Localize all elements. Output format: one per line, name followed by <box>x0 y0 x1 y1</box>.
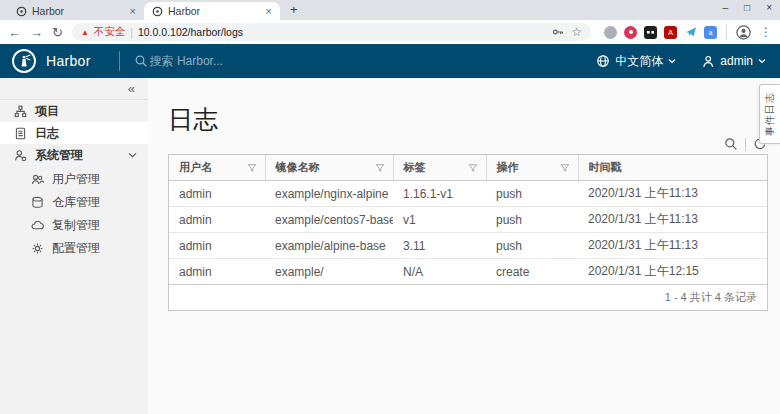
window-minimize-button[interactable]: – <box>723 2 729 13</box>
not-secure-warning-icon: ▲ <box>81 28 89 37</box>
search-icon[interactable] <box>724 137 738 151</box>
sidebar-item-label: 复制管理 <box>52 217 100 234</box>
cell-tag: N/A <box>393 259 486 285</box>
harbor-search-input[interactable] <box>150 54 350 68</box>
table-row[interactable]: admin example/alpine-base 3.11 push 2020… <box>169 233 767 259</box>
toolbar-separator <box>726 25 727 39</box>
bookmark-star-icon[interactable]: ☆ <box>571 25 582 39</box>
cell-timestamp: 2020/1/31 上午12:15 <box>578 259 767 285</box>
actions-divider <box>745 138 746 151</box>
user-menu[interactable]: admin <box>702 54 766 68</box>
window-close-button[interactable]: × <box>766 2 772 13</box>
language-label: 中文简体 <box>615 53 663 70</box>
column-header-image-name[interactable]: 镜像名称 <box>265 155 393 181</box>
harbor-brand-title: Harbor <box>46 53 91 69</box>
table-row[interactable]: admin example/centos7-base v1 push 2020/… <box>169 207 767 233</box>
window-maximize-button[interactable]: □ <box>744 2 750 13</box>
tab-close-icon[interactable]: × <box>130 5 136 17</box>
extension-icon-1[interactable] <box>604 26 617 39</box>
column-header-timestamp[interactable]: 时间戳 <box>578 155 767 181</box>
sidebar-item-replication-management[interactable]: 复制管理 <box>0 214 148 237</box>
column-header-username[interactable]: 用户名 <box>169 155 265 181</box>
reload-icon[interactable]: ↻ <box>52 26 63 39</box>
harbor-favicon-icon <box>152 6 163 17</box>
gear-icon <box>31 242 44 255</box>
sidebar-item-label: 仓库管理 <box>52 194 100 211</box>
sidebar-item-system-management[interactable]: 系统管理 <box>0 144 148 166</box>
chevron-down-icon <box>668 58 676 64</box>
cell-tag: 3.11 <box>393 233 486 259</box>
cell-tag: 1.16.1-v1 <box>393 181 486 207</box>
header-right: 中文简体 admin <box>570 53 766 70</box>
forward-icon[interactable]: → <box>30 26 43 39</box>
sidebar-item-label: 系统管理 <box>35 147 83 164</box>
sidebar-collapse-button[interactable]: « <box>128 81 135 96</box>
cell-timestamp: 2020/1/31 上午11:13 <box>578 233 767 259</box>
cell-timestamp: 2020/1/31 上午11:13 <box>578 181 767 207</box>
table-row[interactable]: admin example/ N/A create 2020/1/31 上午12… <box>169 259 767 285</box>
pagination-summary: 1 - 4 共计 4 条记录 <box>169 284 767 310</box>
registry-storage-icon <box>31 196 44 209</box>
column-header-operation[interactable]: 操作 <box>486 155 578 181</box>
event-log-side-tab-label: 事件日志 <box>763 92 777 136</box>
column-header-tag[interactable]: 标签 <box>393 155 486 181</box>
cell-operation: create <box>486 259 578 285</box>
extension-icon-4[interactable]: A <box>664 26 677 39</box>
language-selector[interactable]: 中文简体 <box>596 53 676 70</box>
filter-funnel-icon[interactable] <box>375 163 385 173</box>
extension-icon-6[interactable]: a <box>704 26 717 39</box>
sidebar-item-projects[interactable]: 项目 <box>0 100 148 122</box>
system-management-group: 用户管理 仓库管理 复制管理 配置管理 <box>0 166 148 262</box>
cell-tag: v1 <box>393 207 486 233</box>
harbor-favicon-icon <box>16 6 27 17</box>
harbor-logo <box>11 48 37 74</box>
url-text[interactable]: 10.0.0.102/harbor/logs <box>138 26 243 38</box>
filter-funnel-icon[interactable] <box>247 163 257 173</box>
extension-icon-3[interactable] <box>644 26 657 39</box>
harbor-header: Harbor 中文简体 admin <box>0 44 780 78</box>
cell-username: admin <box>169 259 265 285</box>
main-content: 事件日志 日志 用户名 镜像名称 标 <box>148 78 780 414</box>
filter-funnel-icon[interactable] <box>560 163 570 173</box>
browser-tab-strip: Harbor × Harbor × + – □ × <box>0 0 780 20</box>
logs-list-icon <box>14 127 27 140</box>
cell-operation: push <box>486 207 578 233</box>
new-tab-button[interactable]: + <box>290 2 298 17</box>
sidebar-item-logs[interactable]: 日志 <box>0 122 148 144</box>
sidebar-item-configuration-management[interactable]: 配置管理 <box>0 237 148 260</box>
sidebar-nav: « 项目 日志 系统管理 <box>0 78 148 414</box>
chevron-down-icon <box>128 152 137 158</box>
browser-tab-1[interactable]: Harbor × <box>8 2 144 20</box>
browser-toolbar: ← → ↻ ▲ 不安全 | 10.0.0.102/harbor/logs ☆ A… <box>0 20 780 44</box>
cell-username: admin <box>169 207 265 233</box>
sidebar-item-label: 项目 <box>35 103 59 120</box>
password-key-icon[interactable] <box>552 26 564 38</box>
table-row[interactable]: admin example/nginx-alpine 1.16.1-v1 pus… <box>169 181 767 207</box>
browser-menu-icon[interactable]: ⋮ <box>760 25 772 39</box>
sidebar-item-user-management[interactable]: 用户管理 <box>0 168 148 191</box>
users-icon <box>31 173 44 186</box>
username-label: admin <box>720 54 753 68</box>
tab-close-icon[interactable]: × <box>266 5 272 17</box>
extension-icon-2[interactable] <box>624 26 637 39</box>
not-secure-label[interactable]: 不安全 <box>94 25 126 39</box>
harbor-search[interactable] <box>134 54 571 68</box>
filter-funnel-icon[interactable] <box>468 163 478 173</box>
browser-tab-2-active[interactable]: Harbor × <box>144 2 280 20</box>
cell-username: admin <box>169 181 265 207</box>
tab-title: Harbor <box>168 5 200 17</box>
user-icon <box>702 55 715 68</box>
profile-avatar[interactable] <box>736 25 751 40</box>
cell-operation: push <box>486 181 578 207</box>
event-log-side-tab[interactable]: 事件日志 <box>759 84 780 144</box>
back-icon[interactable]: ← <box>8 26 21 39</box>
sidebar-item-registry-management[interactable]: 仓库管理 <box>0 191 148 214</box>
sidebar-item-label: 用户管理 <box>52 171 100 188</box>
cell-operation: push <box>486 233 578 259</box>
administrator-icon <box>14 149 27 162</box>
header-divider <box>119 51 120 71</box>
cell-image-name: example/ <box>265 259 393 285</box>
globe-icon <box>596 54 610 68</box>
extension-icon-5[interactable] <box>684 26 697 39</box>
address-bar[interactable]: ▲ 不安全 | 10.0.0.102/harbor/logs ☆ <box>72 23 591 41</box>
